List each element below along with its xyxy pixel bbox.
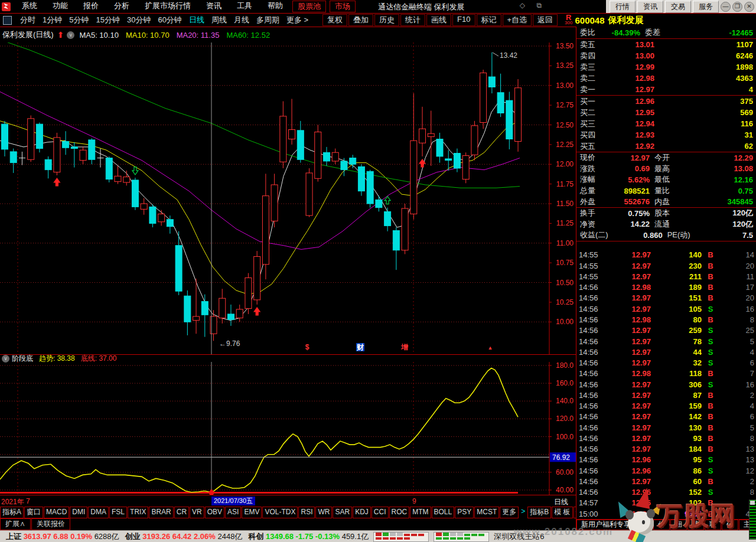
indicator-settings-icon[interactable]: ∨ bbox=[67, 31, 74, 39]
indicator-tab-BOLL[interactable]: BOLL bbox=[432, 507, 455, 518]
period-tab-5分钟[interactable]: 5分钟 bbox=[66, 15, 92, 25]
indicator-tab-KDJ[interactable]: KDJ bbox=[353, 507, 371, 518]
trade-row[interactable]: 14:5512.97211B11 bbox=[576, 271, 756, 282]
indicator-tab-BRAR[interactable]: BRAR bbox=[149, 507, 173, 518]
period-tab-15分钟[interactable]: 15分钟 bbox=[92, 15, 123, 25]
trade-row[interactable]: 14:5612.98118B7 bbox=[576, 368, 756, 379]
indicator-tab-DMI[interactable]: DMI bbox=[70, 507, 87, 518]
candlestick-chart[interactable]: 13.42←9.76$财增▲13.5013.2513.0012.7512.501… bbox=[0, 43, 576, 354]
menu-分析[interactable]: 分析 bbox=[106, 1, 137, 12]
action-button-画线[interactable]: 画线 bbox=[426, 14, 451, 26]
indicator-tab-CR[interactable]: CR bbox=[174, 507, 189, 518]
indicator-tab-窗口[interactable]: 窗口 bbox=[24, 507, 43, 518]
trade-row[interactable]: 14:5612.97130B5 bbox=[576, 422, 756, 433]
trade-row[interactable]: 14:5612.97151B20 bbox=[576, 293, 756, 303]
indicator-tab-VOL-TDX[interactable]: VOL-TDX bbox=[262, 507, 298, 518]
trade-row[interactable]: 14:5612.97184B13 bbox=[576, 444, 756, 455]
restore-button[interactable]: ❐ bbox=[732, 2, 742, 12]
titlebar-button-行情[interactable]: 行情 bbox=[610, 1, 636, 13]
period-tab-日线[interactable]: 日线 bbox=[185, 15, 208, 25]
chart-corner-icons[interactable]: ◇ ⧉ bbox=[520, 1, 546, 9]
tab-关联报价[interactable]: 关联报价 bbox=[31, 518, 70, 530]
action-button-F10[interactable]: F10 bbox=[452, 14, 475, 26]
indicator-tab-RSI[interactable]: RSI bbox=[298, 507, 315, 518]
indicator-tab-模 板[interactable]: 模 板 bbox=[552, 507, 572, 518]
trade-row[interactable]: 14:5512.97140B14 bbox=[576, 250, 756, 260]
indicator-chart[interactable]: 180.0160.0140.0120.0100.060.0040.0076.92 bbox=[0, 362, 576, 495]
menu-市场[interactable]: 市场 bbox=[330, 1, 356, 12]
tick-trade-list[interactable]: 14:5512.97140B1414:5512.97230B2014:5512.… bbox=[576, 250, 756, 520]
trade-row[interactable]: 14:5612.9880B8 bbox=[576, 314, 756, 325]
mini-scrollbar[interactable] bbox=[749, 499, 756, 540]
period-tab-多周期[interactable]: 多周期 bbox=[253, 15, 283, 25]
period-tab-更多 >[interactable]: 更多 > bbox=[283, 15, 312, 25]
period-tab-周线[interactable]: 周线 bbox=[208, 15, 230, 25]
menu-资讯[interactable]: 资讯 bbox=[198, 1, 229, 12]
indicator-tab-MACD[interactable]: MACD bbox=[44, 507, 69, 518]
indicator-tab-FSL[interactable]: FSL bbox=[109, 507, 127, 518]
action-button-复权[interactable]: 复权 bbox=[322, 14, 347, 26]
titlebar-button-资讯[interactable]: 资讯 bbox=[637, 1, 663, 13]
trade-row[interactable]: 14:5612.9793B8 bbox=[576, 433, 756, 443]
indicator-tab-指标B[interactable]: 指标B bbox=[527, 507, 551, 518]
indicator-tab-CCI[interactable]: CCI bbox=[372, 507, 389, 518]
tab-扩展∧[interactable]: 扩展∧ bbox=[0, 518, 31, 530]
menu-扩展市场行情[interactable]: 扩展市场行情 bbox=[137, 1, 198, 12]
minimize-button[interactable]: — bbox=[721, 2, 731, 12]
period-tab-月线[interactable]: 月线 bbox=[230, 15, 253, 25]
trade-row[interactable]: 14:5612.97159B4 bbox=[576, 400, 756, 411]
trade-row[interactable]: 14:5612.9732S6 bbox=[576, 357, 756, 368]
menu-报价[interactable]: 报价 bbox=[76, 1, 106, 12]
action-button-统计[interactable]: 统计 bbox=[400, 14, 425, 26]
ask-row[interactable]: 卖五13.011107 bbox=[576, 39, 756, 50]
period-tab-分时[interactable]: 分时 bbox=[17, 15, 39, 25]
menu-功能[interactable]: 功能 bbox=[45, 1, 76, 12]
ask-row[interactable]: 卖二12.984363 bbox=[576, 73, 756, 84]
trade-row[interactable]: 14:5612.97142B6 bbox=[576, 412, 756, 422]
indicator-tab-指标A[interactable]: 指标A bbox=[0, 507, 24, 518]
action-button-历史[interactable]: 历史 bbox=[374, 14, 399, 26]
bid-row[interactable]: 买一12.96375 bbox=[576, 96, 756, 107]
action-button-返回[interactable]: 返回 bbox=[533, 14, 558, 26]
indicator-tab-WR[interactable]: WR bbox=[315, 507, 332, 518]
trade-row[interactable]: 14:5612.9778S5 bbox=[576, 336, 756, 347]
trade-row[interactable]: 14:5612.9695S13 bbox=[576, 455, 756, 465]
indicator-tab->[interactable]: > bbox=[519, 507, 527, 518]
indicator-tab-OBV[interactable]: OBV bbox=[205, 507, 224, 518]
menu-工具[interactable]: 工具 bbox=[229, 1, 260, 12]
indicator-tab-SAR[interactable]: SAR bbox=[333, 507, 352, 518]
trade-row[interactable]: 14:5612.9787B2 bbox=[576, 390, 756, 400]
close-button[interactable]: ✕ bbox=[744, 2, 754, 12]
trade-row[interactable]: 14:5612.97105S16 bbox=[576, 303, 756, 314]
menu-帮助[interactable]: 帮助 bbox=[260, 1, 291, 12]
menu-系统[interactable]: 系统 bbox=[14, 1, 45, 12]
trade-row[interactable]: 14:5512.97230B20 bbox=[576, 260, 756, 271]
indicator-tab-MTM[interactable]: MTM bbox=[410, 507, 431, 518]
layout-icon[interactable] bbox=[3, 16, 12, 25]
trade-row[interactable]: 14:5612.9686S12 bbox=[576, 465, 756, 476]
bid-row[interactable]: 买三12.94116 bbox=[576, 118, 756, 129]
bid-row[interactable]: 买四12.9331 bbox=[576, 129, 756, 141]
titlebar-button-交易[interactable]: 交易 bbox=[665, 1, 691, 13]
action-button-叠加[interactable]: 叠加 bbox=[348, 14, 373, 26]
trade-row[interactable]: 14:5612.98189B17 bbox=[576, 282, 756, 293]
indicator-tab-ROC[interactable]: ROC bbox=[389, 507, 410, 518]
bid-row[interactable]: 买二12.95569 bbox=[576, 107, 756, 118]
indicator-tab-DMA[interactable]: DMA bbox=[88, 507, 109, 518]
action-button-标记[interactable]: 标记 bbox=[477, 14, 501, 26]
indicator-tab-TRIX[interactable]: TRIX bbox=[128, 507, 148, 518]
ask-row[interactable]: 卖三12.991898 bbox=[576, 61, 756, 73]
indicator-tab-VR[interactable]: VR bbox=[190, 507, 204, 518]
period-tab-60分钟[interactable]: 60分钟 bbox=[154, 15, 185, 25]
indicator-tab-更多[interactable]: 更多 bbox=[500, 507, 519, 518]
ask-row[interactable]: 卖四13.006246 bbox=[576, 50, 756, 61]
trade-row[interactable]: 14:5612.97306S16 bbox=[576, 379, 756, 390]
trade-row[interactable]: 14:5612.97259S25 bbox=[576, 325, 756, 336]
indicator-tab-ASI[interactable]: ASI bbox=[225, 507, 241, 518]
menu-股票池[interactable]: 股票池 bbox=[292, 1, 326, 12]
bid-row[interactable]: 买五12.9262 bbox=[576, 141, 756, 152]
action-button-+自选[interactable]: +自选 bbox=[503, 14, 532, 26]
indicator-tab-PSY[interactable]: PSY bbox=[455, 507, 474, 518]
period-tab-1分钟[interactable]: 1分钟 bbox=[39, 15, 66, 25]
period-tab-30分钟[interactable]: 30分钟 bbox=[123, 15, 154, 25]
